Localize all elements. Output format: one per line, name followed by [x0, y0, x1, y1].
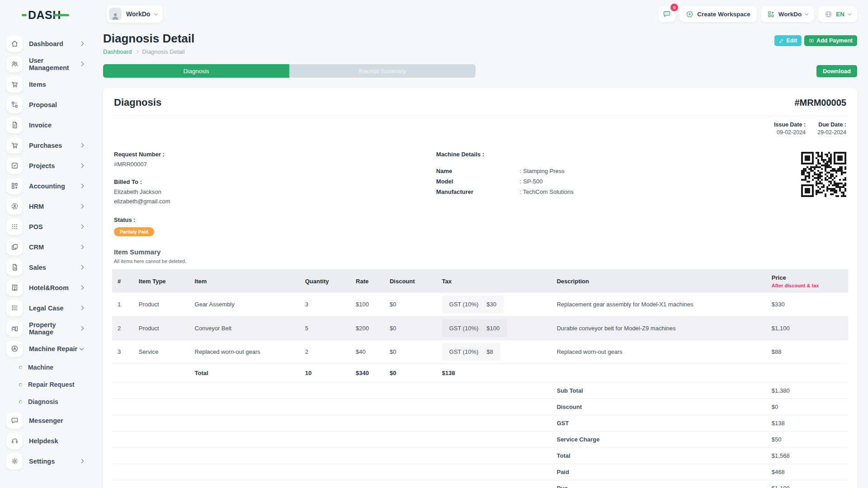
- checklist-icon: [6, 300, 23, 316]
- table-total-row: Total 10 $340 $0 $138: [112, 363, 848, 382]
- sidebar-subitem-machine[interactable]: Machine: [6, 359, 90, 376]
- sidebar-item-property-manage[interactable]: Property Manage: [6, 318, 90, 338]
- items-table: # Item Type Item Quantity Rate Discount …: [112, 269, 848, 488]
- info-row: Request Number : #MRR00007 Billed To : E…: [112, 151, 848, 206]
- bullet-icon: [19, 366, 22, 369]
- brand-logo[interactable]: DAS H: [22, 9, 90, 21]
- sidebar-item-proposal[interactable]: Proposal: [6, 94, 90, 115]
- sidebar-item-helpdesk[interactable]: Helpdesk: [6, 431, 90, 451]
- chevron-right-icon: [80, 459, 84, 464]
- create-workspace-button[interactable]: Create Workspace: [679, 6, 757, 22]
- price-header: Price After discount & tax: [767, 269, 848, 293]
- diagnosis-number: #MRM00005: [794, 98, 846, 108]
- table-row: 3 Service Replaced worn-out gears 2 $40 …: [112, 340, 848, 363]
- logo-bar-icon: [53, 14, 69, 16]
- bullet-icon: [19, 383, 22, 386]
- topbar-actions: 0 Create Workspace WorkDo EN: [658, 6, 857, 22]
- sidebar-item-crm[interactable]: CRM: [6, 237, 90, 257]
- tabs-row: Diagnosis Receipt Summary Download: [103, 64, 857, 78]
- sidebar-item-messenger[interactable]: Messenger: [6, 410, 90, 431]
- sidebar-subitem-repair-request[interactable]: Repair Request: [6, 376, 90, 393]
- chevron-right-icon: [80, 164, 84, 168]
- sidebar-item-settings[interactable]: Settings: [6, 451, 90, 471]
- download-button[interactable]: Download: [816, 65, 857, 77]
- breadcrumb: Dashboard Diagnosis Detail: [103, 48, 194, 55]
- chevron-right-icon: [80, 245, 84, 249]
- users-icon: [6, 56, 23, 72]
- workspace-selector[interactable]: WorkDo: [107, 5, 163, 23]
- sidebar-item-pos[interactable]: POS: [6, 216, 90, 237]
- cart-icon: [6, 76, 23, 93]
- chevron-down-icon: [805, 11, 808, 15]
- sidebar-item-items[interactable]: Items: [6, 74, 90, 94]
- chevron-down-icon: [154, 11, 158, 15]
- gear-icon: [6, 453, 23, 469]
- breadcrumb-dashboard-link[interactable]: Dashboard: [103, 48, 132, 55]
- tax-chip: GST (10%)$8: [442, 343, 500, 361]
- bullet-icon: [19, 400, 22, 404]
- sidebar-menu: Dashboard User Management Items Proposal…: [6, 33, 90, 471]
- page-head: Diagnosis Detail Dashboard Diagnosis Det…: [103, 32, 857, 55]
- file-icon: [6, 259, 23, 276]
- banknote-icon: [809, 38, 814, 43]
- summary-row: Paid$468: [112, 464, 848, 480]
- sidebar-item-user-management[interactable]: User Management: [6, 54, 90, 74]
- apps-grid-icon: [767, 10, 775, 18]
- due-date: Due Date : 29-02-2024: [817, 122, 846, 136]
- summary-row: GST$138: [112, 415, 848, 431]
- chevron-right-icon: [80, 62, 84, 66]
- tab-diagnosis[interactable]: Diagnosis: [103, 64, 289, 78]
- grid-plus-icon: [6, 178, 23, 194]
- sidebar-item-legal-case[interactable]: Legal Case: [6, 298, 90, 318]
- summary-row: Total$1,568: [112, 447, 848, 464]
- headset-icon: [6, 433, 23, 449]
- billed-to-block: Billed To : Elizabeth Jackson elizabeth@…: [114, 178, 436, 206]
- chevron-right-icon: [80, 204, 84, 209]
- fan-icon: [6, 341, 23, 357]
- chevron-down-icon: [848, 11, 851, 15]
- workdo-apps-button[interactable]: WorkDo: [761, 6, 815, 22]
- page-title: Diagnosis Detail: [103, 32, 194, 45]
- pencil-icon: [779, 38, 784, 43]
- add-payment-button[interactable]: Add Payment: [804, 35, 857, 46]
- sidebar-item-hrm[interactable]: HRM: [6, 196, 90, 216]
- chevron-right-icon: [80, 225, 84, 229]
- chevron-right-icon: [80, 265, 84, 270]
- table-row: 2 Product Conveyor Belt 5 $200 $0 GST (1…: [112, 316, 848, 340]
- notifications-button[interactable]: 0: [658, 6, 675, 22]
- sidebar-item-projects[interactable]: Projects: [6, 155, 90, 176]
- item-summary-header: Item Summary All items here cannot be de…: [112, 248, 848, 264]
- sidebar-item-hotel-room[interactable]: Hotel&Room: [6, 277, 90, 298]
- logo-text: DAS: [28, 9, 52, 22]
- sidebar-item-invoice[interactable]: Invoice: [6, 115, 90, 135]
- sidebar-item-machine-repair[interactable]: Machine Repair: [6, 338, 90, 359]
- document-icon: [6, 117, 23, 133]
- globe-icon: [825, 10, 832, 18]
- table-header-row: # Item Type Item Quantity Rate Discount …: [112, 269, 848, 293]
- breadcrumb-separator-icon: [136, 50, 139, 53]
- proposal-icon: [6, 97, 23, 113]
- chat-icon: [6, 413, 23, 429]
- issue-date: Issue Date : 09-02-2024: [774, 122, 806, 136]
- tax-chip: GST (10%)$100: [442, 319, 507, 337]
- diagnosis-card: Diagnosis #MRM00005 Issue Date : 09-02-2…: [103, 88, 857, 488]
- language-selector[interactable]: EN: [818, 6, 857, 22]
- person-dashed-icon: [6, 198, 23, 215]
- tab-receipt-summary[interactable]: Receipt Summary: [289, 64, 476, 78]
- chevron-right-icon: [80, 184, 84, 188]
- sidebar-item-sales[interactable]: Sales: [6, 257, 90, 277]
- sidebar-item-purchases[interactable]: Purchases: [6, 135, 90, 155]
- edit-button[interactable]: Edit: [774, 35, 802, 46]
- checkbox-icon: [6, 158, 23, 174]
- sidebar-subitem-diagnosis[interactable]: Diagnosis: [6, 393, 90, 410]
- cards-icon: [6, 239, 23, 255]
- sidebar-item-accounting[interactable]: Accounting: [6, 176, 90, 196]
- cart-icon: [6, 137, 23, 154]
- request-number-block: Request Number : #MRR00007: [114, 151, 436, 169]
- avatar: [109, 8, 122, 20]
- home-icon: [6, 36, 23, 52]
- sidebar-item-dashboard[interactable]: Dashboard: [6, 33, 90, 54]
- status-block: Status : Partialy Paid: [112, 216, 848, 236]
- dots-grid-icon: [6, 219, 23, 235]
- chevron-right-icon: [80, 143, 84, 148]
